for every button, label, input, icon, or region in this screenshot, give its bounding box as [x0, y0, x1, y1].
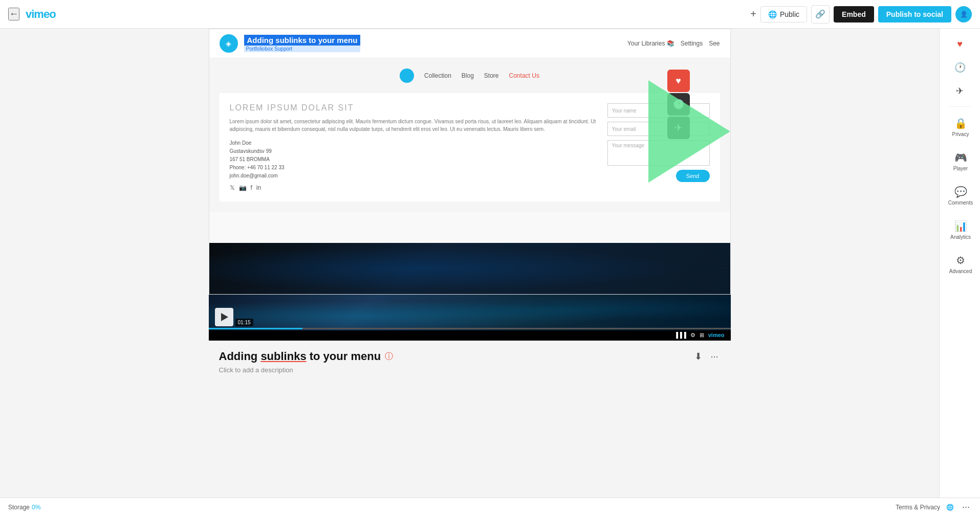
globe-icon: 🌐 — [768, 10, 777, 18]
progress-fill — [209, 328, 303, 329]
privacy-label: Privacy — [952, 131, 969, 137]
contact-phone: Phone: +46 70 11 22 33 — [230, 164, 597, 172]
back-button[interactable]: ← — [8, 8, 19, 20]
contact-info: John Doe Gustavskundsv 99 167 51 BROMMA … — [230, 139, 597, 180]
player-controls: ▐▐▐ ⚙ ⊞ vimeo — [209, 329, 731, 341]
settings-ctrl-icon[interactable]: ⚙ — [690, 332, 695, 339]
bottom-right: Terms & Privacy 🌐 ··· — [896, 500, 972, 514]
analytics-icon: 📊 — [954, 220, 967, 232]
video-thumbnail — [209, 295, 731, 330]
storage-info: Storage 0% — [8, 504, 40, 511]
main-layout: ◈ Adding sublinks to your menu Portfolio… — [0, 29, 980, 516]
green-arrow-decoration — [648, 80, 730, 183]
video-container: ◈ Adding sublinks to your menu Portfolio… — [209, 29, 731, 341]
sidebar-item-privacy[interactable]: 🔒 Privacy — [940, 111, 980, 143]
contact-address: Gustavskundsv 99 — [230, 147, 597, 155]
topbar-left: ← vimeo — [8, 8, 56, 21]
sidebar-item-player[interactable]: 🎮 Player — [940, 145, 980, 177]
public-button[interactable]: 🌐 Public — [760, 6, 807, 23]
center-content: ◈ Adding sublinks to your menu Portfolio… — [0, 29, 939, 516]
right-sidebar: ♥ 🕐 ✈ 🔒 Privacy 🎮 Player 💬 Comments — [939, 29, 980, 516]
video-player: 01:15 ▐▐▐ ⚙ ⊞ vimeo — [209, 295, 731, 341]
bottom-bar: Storage 0% Terms & Privacy 🌐 ··· — [0, 498, 980, 516]
nav-collection[interactable]: Collection — [424, 72, 451, 79]
advanced-label: Advanced — [949, 268, 972, 274]
website-left: LOREM IPSUM DOLAR SIT Lorem ipsum dolor … — [230, 103, 597, 191]
more-options-button[interactable]: ··· — [708, 349, 720, 364]
video-glow — [209, 243, 730, 294]
twitter-icon: 𝕏 — [230, 184, 235, 191]
website-body-text: Lorem ipsum dolor sit amet, consectetur … — [230, 118, 597, 133]
topbar-right: + 🌐 Public 🔗 Embed Publish to social 👤 — [750, 5, 972, 24]
sidebar-item-comments[interactable]: 💬 Comments — [940, 180, 980, 212]
play-triangle-icon — [221, 313, 228, 321]
clock-sidebar-button[interactable]: 🕐 — [949, 56, 971, 79]
contact-name: John Doe — [230, 139, 597, 147]
share-sidebar-icon: ✈ — [956, 85, 964, 97]
embed-button[interactable]: Embed — [834, 6, 874, 23]
thumbnail-swirl — [209, 295, 731, 330]
preview-header-left: ◈ Adding sublinks to your menu Portfolio… — [220, 34, 361, 53]
info-icon[interactable]: ⓘ — [385, 351, 393, 362]
sidebar-nav: 🔒 Privacy 🎮 Player 💬 Comments 📊 Analytic… — [940, 107, 980, 280]
play-button[interactable] — [215, 308, 233, 326]
instagram-icon: 📷 — [239, 184, 247, 191]
plus-button[interactable]: + — [750, 8, 756, 20]
title-underline: sublinks — [260, 350, 306, 363]
bottom-more-button[interactable]: ··· — [960, 500, 972, 514]
sidebar-top-icons: ♥ 🕐 ✈ — [949, 29, 971, 107]
bottom-globe-icon: 🌐 — [946, 504, 954, 511]
comments-label: Comments — [948, 200, 973, 206]
nav-store[interactable]: Store — [484, 72, 499, 79]
link-icon: 🔗 — [815, 9, 825, 19]
heart-sidebar-button[interactable]: ♥ — [949, 33, 971, 55]
vimeo-logo: vimeo — [26, 8, 56, 21]
social-icons: 𝕏 📷 f in — [230, 184, 597, 191]
contact-email: john.doe@gmail.com — [230, 172, 597, 180]
website-preview: ◈ Adding sublinks to your menu Portfolio… — [209, 29, 731, 295]
video-title-actions: ⬇ ··· — [692, 349, 720, 364]
sidebar-item-advanced[interactable]: ⚙ Advanced — [940, 248, 980, 280]
sidebar-item-analytics[interactable]: 📊 Analytics — [940, 214, 980, 246]
storage-pct: 0% — [32, 504, 40, 511]
nav-blog[interactable]: Blog — [462, 72, 474, 79]
analytics-label: Analytics — [950, 234, 971, 240]
publish-social-button[interactable]: Publish to social — [878, 6, 951, 23]
time-badge: 01:15 — [235, 319, 253, 326]
your-libraries-label: Your Libraries 📚 — [627, 40, 674, 47]
video-description[interactable]: Click to add a description — [219, 366, 721, 374]
nav-logo — [400, 69, 414, 83]
grid-icon: ⊞ — [700, 332, 704, 339]
player-icon: 🎮 — [954, 151, 967, 164]
preview-header-right: Your Libraries 📚 Settings See — [627, 40, 720, 47]
website-nav: Collection Blog Store Contact Us — [400, 69, 539, 83]
nav-contact[interactable]: Contact Us — [509, 72, 539, 79]
share-sidebar-button[interactable]: ✈ — [949, 80, 971, 102]
player-label: Player — [953, 166, 968, 171]
preview-logo: ◈ — [220, 34, 238, 53]
download-button[interactable]: ⬇ — [692, 349, 704, 364]
website-heading: LOREM IPSUM DOLAR SIT — [230, 103, 597, 113]
terms-privacy-link[interactable]: Terms & Privacy — [896, 504, 940, 511]
comments-icon: 💬 — [954, 186, 967, 198]
advanced-icon: ⚙ — [956, 254, 965, 266]
vimeo-watermark: vimeo — [708, 332, 725, 338]
avatar-icon: 👤 — [960, 11, 968, 18]
facebook-icon: f — [251, 184, 252, 191]
storage-label: Storage — [8, 504, 30, 511]
avatar-button[interactable]: 👤 — [955, 6, 972, 23]
heart-sidebar-icon: ♥ — [957, 39, 963, 50]
clock-sidebar-icon: 🕐 — [954, 62, 966, 73]
link-button[interactable]: 🔗 — [811, 5, 830, 24]
progress-bar[interactable] — [209, 328, 731, 329]
settings-label: Settings — [681, 40, 703, 47]
topbar: ← vimeo + 🌐 Public 🔗 Embed Publish to so… — [0, 0, 980, 29]
contact-city: 167 51 BROMMA — [230, 155, 597, 164]
title-plain-start: Adding — [219, 350, 261, 363]
preview-header: ◈ Adding sublinks to your menu Portfolio… — [209, 29, 730, 58]
preview-video-title: Adding sublinks to your menu — [244, 35, 361, 46]
linkedin-icon: in — [256, 184, 261, 191]
see-label: See — [709, 40, 720, 47]
title-plain-end: to your menu — [307, 350, 381, 363]
bars-icon: ▐▐▐ — [674, 332, 686, 338]
